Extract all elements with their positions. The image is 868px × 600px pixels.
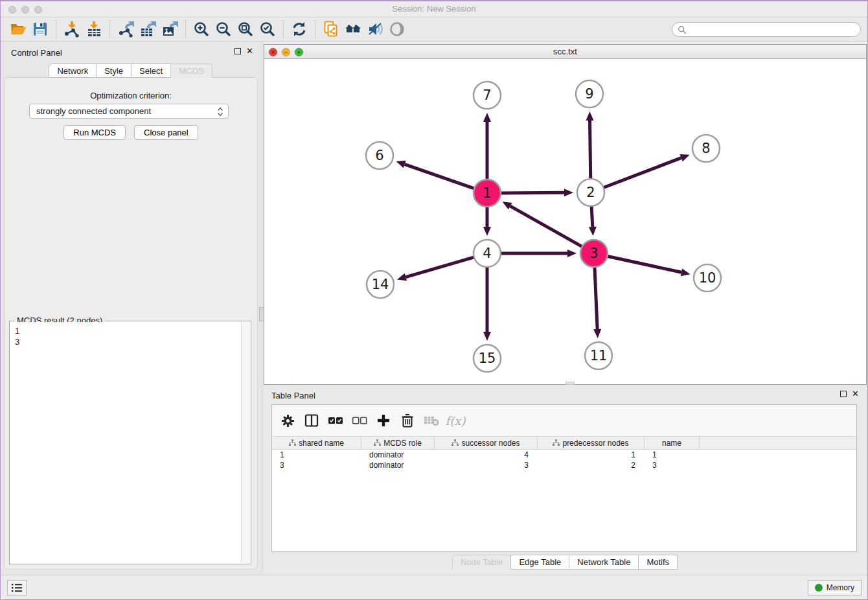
result-scrollbar[interactable] <box>241 322 250 563</box>
search-input[interactable] <box>672 22 861 37</box>
network-canvas[interactable]: 7968124314101511 <box>264 59 866 384</box>
memory-button[interactable]: Memory <box>808 580 862 595</box>
table-panel-header: Table Panel ✕ <box>264 389 867 404</box>
tab-edge-table[interactable]: Edge Table <box>510 555 569 570</box>
optimization-criterion-value: strongly connected component <box>36 106 151 116</box>
graph-node-8[interactable]: 8 <box>692 135 720 162</box>
close-panel-icon[interactable]: ✕ <box>246 48 253 54</box>
zoom-fit-icon[interactable] <box>234 19 257 39</box>
network-graph: 7968124314101511 <box>264 59 867 385</box>
tab-select[interactable]: Select <box>131 63 171 78</box>
edge-2-to-8[interactable] <box>602 158 681 189</box>
float-panel-icon[interactable] <box>234 48 241 54</box>
tab-motifs[interactable]: Motifs <box>638 555 678 570</box>
save-session-icon[interactable] <box>29 19 51 39</box>
edge-3-to-10[interactable] <box>606 256 681 272</box>
clone-network-icon[interactable] <box>320 19 342 39</box>
edge-arrowhead-icon <box>681 268 691 276</box>
graph-node-2[interactable]: 2 <box>577 179 604 206</box>
edge-2-to-9[interactable] <box>590 121 591 180</box>
column-header-name[interactable]: name <box>645 437 700 449</box>
edge-3-to-11[interactable] <box>595 266 597 329</box>
edge-arrowhead-icon <box>593 329 601 338</box>
close-panel-button[interactable]: Close panel <box>134 125 198 140</box>
graph-node-3[interactable]: 3 <box>580 240 608 267</box>
open-session-icon[interactable] <box>7 19 29 39</box>
graph-node-4[interactable]: 4 <box>474 240 501 267</box>
show-hide-icon[interactable] <box>386 19 408 39</box>
zoom-in-icon[interactable] <box>190 19 212 39</box>
table-row[interactable]: 3 dominator 3 2 3 <box>272 460 856 470</box>
export-table-icon[interactable] <box>137 19 159 39</box>
network-window-titlebar[interactable]: ✕ − + scc.txt <box>264 45 866 59</box>
refresh-layout-icon[interactable] <box>288 19 310 39</box>
graph-node-14[interactable]: 14 <box>367 271 394 298</box>
cell-predecessor-nodes[interactable]: 1 <box>538 450 645 460</box>
zoom-out-icon[interactable] <box>212 19 234 39</box>
tab-mcds[interactable]: MCDS <box>170 63 212 78</box>
memory-label: Memory <box>827 583 854 592</box>
cell-successor-nodes[interactable]: 4 <box>435 450 538 460</box>
edge-3-to-1[interactable] <box>510 206 584 248</box>
column-header-shared-name[interactable]: shared name <box>272 437 361 449</box>
column-header-successor-nodes[interactable]: successor nodes <box>435 437 538 449</box>
column-panes-icon[interactable] <box>303 411 321 430</box>
table-panel: Table Panel ✕ <box>264 386 867 575</box>
edge-2-to-3[interactable] <box>591 205 593 227</box>
delete-icon[interactable] <box>398 411 417 430</box>
run-mcds-button[interactable]: Run MCDS <box>63 125 126 140</box>
export-network-icon[interactable] <box>115 19 137 39</box>
tab-network-table[interactable]: Network Table <box>569 555 639 570</box>
deselect-all-icon[interactable] <box>350 411 369 430</box>
mcds-result-text[interactable]: 1 3 <box>10 322 241 563</box>
edge-arrowhead-icon <box>589 227 597 236</box>
mcds-result-line: 3 <box>15 336 236 347</box>
tab-node-table[interactable]: Node Table <box>452 555 512 570</box>
toolbar-separator <box>56 20 56 38</box>
cell-shared-name[interactable]: 3 <box>272 460 361 470</box>
graph-node-10[interactable]: 10 <box>694 264 721 292</box>
tab-network[interactable]: Network <box>49 63 97 78</box>
tab-style[interactable]: Style <box>96 63 131 78</box>
import-network-icon[interactable] <box>61 19 83 39</box>
zoom-selected-icon[interactable] <box>257 19 279 39</box>
graph-node-11[interactable]: 11 <box>585 342 612 369</box>
graph-node-1[interactable]: 1 <box>474 179 501 207</box>
close-panel-icon[interactable]: ✕ <box>852 391 859 397</box>
column-header-mcds-role[interactable]: MCDS role <box>361 437 435 449</box>
column-header-predecessor-nodes[interactable]: predecessor nodes <box>538 437 645 449</box>
apply-style-icon[interactable] <box>364 19 386 39</box>
edge-1-to-2[interactable] <box>499 192 564 193</box>
graph-node-15[interactable]: 15 <box>474 345 501 372</box>
cell-name[interactable]: 1 <box>645 450 700 460</box>
table-row[interactable]: 1 dominator 4 1 1 <box>272 450 856 460</box>
main-toolbar <box>1 17 867 41</box>
cell-successor-nodes[interactable]: 3 <box>435 460 538 470</box>
function-fx-icon[interactable]: f(x) <box>446 411 464 430</box>
cell-mcds-role[interactable]: dominator <box>361 450 435 460</box>
control-panel-header: Control Panel ✕ <box>1 47 261 61</box>
optimization-criterion-select[interactable]: strongly connected component <box>29 104 229 119</box>
cell-filler <box>700 460 856 470</box>
network-window-title: scc.txt <box>264 47 866 56</box>
float-panel-icon[interactable] <box>840 391 847 397</box>
first-neighbors-icon[interactable] <box>342 19 364 39</box>
graph-node-6[interactable]: 6 <box>366 142 393 169</box>
add-column-icon[interactable] <box>374 411 393 430</box>
horizontal-splitter-grip[interactable] <box>565 382 575 385</box>
graph-node-9[interactable]: 9 <box>576 80 603 108</box>
task-history-button[interactable] <box>7 580 27 595</box>
select-all-icon[interactable] <box>326 411 345 430</box>
edge-arrowhead-icon <box>396 161 405 168</box>
graph-node-7[interactable]: 7 <box>474 82 501 109</box>
cell-shared-name[interactable]: 1 <box>272 450 361 460</box>
settings-gear-icon[interactable] <box>279 411 297 430</box>
cell-mcds-role[interactable]: dominator <box>361 460 435 470</box>
cell-predecessor-nodes[interactable]: 2 <box>538 460 645 470</box>
cell-name[interactable]: 3 <box>645 460 700 470</box>
edge-1-to-6[interactable] <box>405 165 475 189</box>
import-table-icon[interactable] <box>83 19 105 39</box>
export-image-icon[interactable] <box>159 19 181 39</box>
edge-4-to-14[interactable] <box>405 257 475 277</box>
delete-table-icon[interactable] <box>422 411 440 430</box>
